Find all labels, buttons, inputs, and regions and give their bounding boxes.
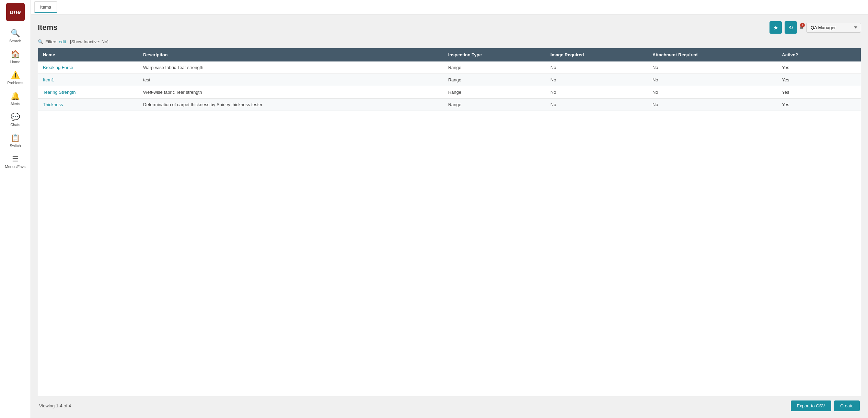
cell-attachment-required: No [648, 74, 777, 86]
cell-image-required: No [546, 74, 648, 86]
sidebar-item-alerts[interactable]: 🔔 Alerts [0, 88, 31, 109]
cell-inspection-type: Range [443, 74, 546, 86]
tab-bar: Items [31, 0, 868, 14]
sidebar: one 🔍 Search 🏠 Home ⚠️ Problems 🔔 Alerts… [0, 0, 31, 418]
star-icon: ★ [773, 24, 778, 31]
user-role-select[interactable]: QA Manager Admin Inspector [806, 23, 861, 33]
chat-icon: 💬 [11, 113, 20, 122]
col-header-attachment-required: Attachment Required [648, 48, 777, 61]
cell-active: Yes [777, 86, 838, 99]
sidebar-label-search: Search [9, 39, 21, 43]
header-actions: ★ ↻ ≡ 1 QA Manager Admin Inspector [769, 21, 861, 34]
sidebar-item-menus[interactable]: ☰ Menus/Favs [0, 151, 31, 172]
cell-actions [838, 74, 861, 86]
col-header-active: Active? [777, 48, 838, 61]
cell-active: Yes [777, 74, 838, 86]
filters-edit-link[interactable]: edit [59, 39, 66, 44]
footer-buttons: Export to CSV Create [791, 400, 860, 411]
table-header-row: Name Description Inspection Type Image R… [38, 48, 861, 61]
sidebar-item-switch[interactable]: 📋 Switch [0, 130, 31, 151]
tab-items[interactable]: Items [34, 1, 57, 13]
filters-value: [Show Inactive: No] [70, 39, 108, 44]
home-icon: 🏠 [11, 50, 20, 59]
table-row: Tearing StrengthWeft-wise fabric Tear st… [38, 86, 861, 99]
cell-actions [838, 61, 861, 74]
cell-image-required: No [546, 86, 648, 99]
item-name-link[interactable]: Item1 [43, 77, 54, 82]
sidebar-item-home[interactable]: 🏠 Home [0, 46, 31, 67]
filters-bar: 🔍 Filters edit : [Show Inactive: No] [38, 39, 861, 44]
sidebar-item-problems[interactable]: ⚠️ Problems [0, 67, 31, 88]
filters-separator: : [67, 39, 69, 44]
items-table-wrapper: Name Description Inspection Type Image R… [38, 48, 861, 396]
cell-image-required: No [546, 99, 648, 111]
item-name-link[interactable]: Breaking Force [43, 65, 73, 70]
col-header-inspection-type: Inspection Type [443, 48, 546, 61]
cell-active: Yes [777, 61, 838, 74]
table-row: ThicknessDetermination of carpet thickne… [38, 99, 861, 111]
search-icon: 🔍 [11, 29, 20, 38]
cell-attachment-required: No [648, 86, 777, 99]
items-table: Name Description Inspection Type Image R… [38, 48, 861, 111]
menu-button[interactable]: ≡ 1 [800, 24, 803, 31]
filters-label: Filters [45, 39, 57, 44]
col-header-actions [838, 48, 861, 61]
filter-icon: 🔍 [38, 39, 43, 44]
cell-inspection-type: Range [443, 86, 546, 99]
page-title: Items [38, 23, 57, 32]
viewing-count: Viewing 1-4 of 4 [39, 403, 71, 408]
cell-name[interactable]: Tearing Strength [38, 86, 138, 99]
cell-inspection-type: Range [443, 99, 546, 111]
cell-description: Warp-wise fabric Tear strength [138, 61, 443, 74]
menu-badge: 1 [800, 23, 805, 27]
sidebar-label-home: Home [10, 60, 20, 64]
sidebar-label-problems: Problems [7, 81, 23, 85]
sidebar-label-menus: Menus/Favs [5, 165, 26, 169]
warning-icon: ⚠️ [11, 71, 20, 80]
cell-description: Determination of carpet thickness by Shi… [138, 99, 443, 111]
cell-name[interactable]: Breaking Force [38, 61, 138, 74]
sidebar-label-switch: Switch [10, 144, 21, 148]
sidebar-label-alerts: Alerts [10, 102, 20, 106]
table-row: Breaking ForceWarp-wise fabric Tear stre… [38, 61, 861, 74]
content-area: Items ★ ↻ ≡ 1 QA Manager Admin Inspector [31, 14, 868, 418]
create-button[interactable]: Create [834, 400, 860, 411]
page-header: Items ★ ↻ ≡ 1 QA Manager Admin Inspector [38, 21, 861, 34]
cell-actions [838, 86, 861, 99]
cell-description: Weft-wise fabric Tear strength [138, 86, 443, 99]
col-header-image-required: Image Required [546, 48, 648, 61]
main-area: Items Items ★ ↻ ≡ 1 QA Manager Admin [31, 0, 868, 418]
cell-inspection-type: Range [443, 61, 546, 74]
refresh-icon: ↻ [789, 24, 793, 31]
cell-name[interactable]: Item1 [38, 74, 138, 86]
sidebar-item-chats[interactable]: 💬 Chats [0, 109, 31, 130]
cell-name[interactable]: Thickness [38, 99, 138, 111]
cell-actions [838, 99, 861, 111]
sidebar-item-search[interactable]: 🔍 Search [0, 25, 31, 46]
cell-attachment-required: No [648, 99, 777, 111]
cell-description: test [138, 74, 443, 86]
cell-attachment-required: No [648, 61, 777, 74]
item-name-link[interactable]: Tearing Strength [43, 90, 76, 95]
sidebar-label-chats: Chats [10, 123, 20, 127]
app-logo[interactable]: one [6, 3, 25, 21]
item-name-link[interactable]: Thickness [43, 102, 63, 107]
logo-text: one [10, 9, 21, 16]
switch-icon: 📋 [11, 134, 20, 143]
cell-image-required: No [546, 61, 648, 74]
favorite-button[interactable]: ★ [769, 21, 782, 34]
col-header-description: Description [138, 48, 443, 61]
bell-icon: 🔔 [11, 92, 20, 101]
table-footer: Viewing 1-4 of 4 Export to CSV Create [38, 400, 861, 411]
export-csv-button[interactable]: Export to CSV [791, 400, 831, 411]
menu-icon: ☰ [12, 155, 19, 163]
refresh-button[interactable]: ↻ [785, 21, 797, 34]
table-row: Item1testRangeNoNoYes [38, 74, 861, 86]
col-header-name: Name [38, 48, 138, 61]
cell-active: Yes [777, 99, 838, 111]
